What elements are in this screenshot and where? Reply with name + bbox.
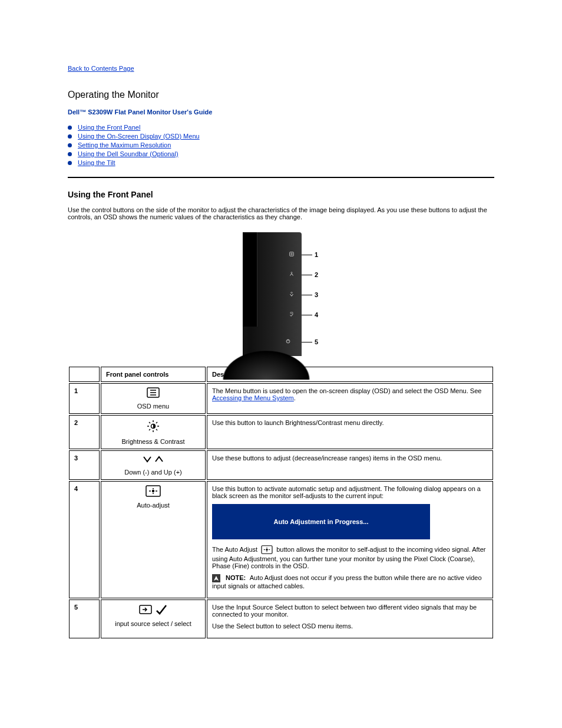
- bezel-figure: 1 2 3 4 5: [68, 232, 494, 356]
- down-up-icon: [141, 454, 165, 464]
- toc-link-tilt[interactable]: Using the Tilt: [78, 159, 115, 166]
- desc-text: Use the Input Source Select button to se…: [212, 604, 488, 618]
- enter-select-icon: [139, 604, 167, 615]
- bezel-button-power: [285, 338, 291, 344]
- description-cell: Use this button to launch Brightness/Con…: [207, 415, 493, 449]
- auto-adjust-icon: [146, 485, 161, 497]
- osd-menu-icon: [147, 387, 160, 398]
- svg-line-18: [149, 422, 150, 423]
- control-label: Down (-) and Up (+): [106, 469, 200, 476]
- svg-line-19: [156, 429, 157, 430]
- desc-text: The Auto Adjust button allows the monito…: [212, 545, 488, 569]
- callout-5: 5: [302, 338, 318, 345]
- control-label: OSD menu: [106, 403, 200, 410]
- th-controls: Front panel controls: [101, 367, 206, 382]
- description-cell: Use the Input Source Select button to se…: [207, 599, 493, 638]
- svg-line-21: [156, 422, 157, 423]
- control-label: Auto-adjust: [106, 502, 200, 509]
- desc-text: .: [294, 394, 296, 401]
- toc-link-front-panel[interactable]: Using the Front Panel: [78, 124, 140, 131]
- row-idx: 3: [69, 450, 100, 480]
- th-description: Description: [207, 367, 493, 382]
- svg-point-4: [291, 272, 292, 274]
- row-idx: 1: [69, 383, 100, 414]
- control-label: Brightness & Contrast: [106, 438, 200, 445]
- desc-text: Use these buttons to adjust (decrease/in…: [212, 454, 488, 462]
- bullet-icon: [68, 152, 72, 156]
- toc-link-soundbar[interactable]: Using the Dell Soundbar (Optional): [78, 150, 178, 157]
- th-idx: [69, 367, 100, 382]
- controls-table: Front panel controls Description 1 OSD m…: [68, 365, 494, 640]
- bullet-icon: [68, 134, 72, 139]
- toc-item: Using the On-Screen Display (OSD) Menu: [68, 133, 494, 140]
- toc-item: Using the Tilt: [68, 159, 494, 166]
- desc-text: Use the Select button to select OSD menu…: [212, 622, 488, 630]
- table-row: 5 input source select / select Use the I…: [69, 599, 493, 638]
- svg-rect-5: [291, 292, 293, 294]
- description-cell: Use these buttons to adjust (decrease/in…: [207, 450, 493, 480]
- callout-3: 3: [302, 291, 318, 298]
- description-cell: The Menu button is used to open the on-s…: [207, 383, 493, 414]
- svg-point-23: [152, 490, 154, 492]
- toc-item: Using the Dell Soundbar (Optional): [68, 150, 494, 157]
- bezel-button-select: [289, 311, 295, 317]
- note-text: Auto Adjust does not occur if you press …: [212, 574, 482, 589]
- description-cell: Use this button to activate automatic se…: [207, 481, 493, 598]
- callout-numbers: 1 2 3 4 5: [302, 232, 319, 356]
- toc-list: Using the Front Panel Using the On-Scree…: [68, 124, 494, 166]
- bezel-button-up: [289, 271, 295, 277]
- bullet-icon: [68, 126, 72, 130]
- callout-2: 2: [302, 271, 318, 278]
- toc-item: Setting the Maximum Resolution: [68, 141, 494, 149]
- auto-adjust-progress-banner: Auto Adjustment in Progress...: [212, 504, 430, 539]
- control-cell: Brightness & Contrast: [101, 415, 206, 449]
- table-row: 1 OSD menu The Menu button is used to op…: [69, 383, 493, 414]
- toc-link-osd-menu[interactable]: Using the On-Screen Display (OSD) Menu: [78, 133, 200, 140]
- monitor-bezel: [243, 232, 302, 356]
- page-subtitle: Dell™ S2309W Flat Panel Monitor User's G…: [68, 108, 494, 116]
- row-idx: 4: [69, 481, 100, 598]
- note-label: NOTE:: [226, 574, 246, 581]
- desc-text: Use this button to launch Brightness/Con…: [212, 419, 488, 426]
- toc-item: Using the Front Panel: [68, 124, 494, 131]
- section-lead: Use the control buttons on the side of t…: [68, 206, 494, 220]
- toc-link-max-resolution[interactable]: Setting the Maximum Resolution: [78, 141, 171, 149]
- control-cell: Auto-adjust: [101, 481, 206, 598]
- page-title: Operating the Monitor: [68, 90, 494, 100]
- desc-text: The Menu button is used to open the on-s…: [212, 387, 481, 394]
- control-cell: input source select / select: [101, 599, 206, 638]
- svg-rect-6: [290, 312, 293, 314]
- divider: [68, 177, 494, 178]
- table-row: 2 Brightness & Contrast Use this button …: [69, 415, 493, 449]
- accessing-menu-link[interactable]: Accessing the Menu System: [212, 394, 294, 401]
- control-cell: Down (-) and Up (+): [101, 450, 206, 480]
- bullet-icon: [68, 161, 72, 165]
- callout-1: 1: [302, 251, 318, 258]
- auto-adjust-inline-icon: [261, 545, 273, 555]
- bezel-button-menu: [289, 251, 295, 257]
- note-icon: [212, 574, 220, 582]
- control-label: input source select / select: [106, 620, 200, 627]
- table-row: 3 Down (-) and Up (+) Use these buttons …: [69, 450, 493, 480]
- table-row: 4 Auto-adjust Use this button to activat…: [69, 481, 493, 598]
- svg-point-25: [266, 549, 267, 551]
- svg-line-20: [149, 429, 150, 430]
- row-idx: 2: [69, 415, 100, 449]
- control-cell: OSD menu: [101, 383, 206, 414]
- callout-4: 4: [302, 311, 318, 318]
- note: NOTE: Auto Adjust does not occur if you …: [212, 574, 488, 589]
- row-idx: 5: [69, 599, 100, 638]
- desc-text: Use this button to activate automatic se…: [212, 485, 488, 499]
- section-heading: Using the Front Panel: [68, 190, 494, 199]
- bezel-button-down: [289, 291, 295, 297]
- back-to-contents-link[interactable]: Back to Contents Page: [68, 65, 134, 72]
- brightness-icon: [146, 419, 160, 433]
- bullet-icon: [68, 143, 72, 147]
